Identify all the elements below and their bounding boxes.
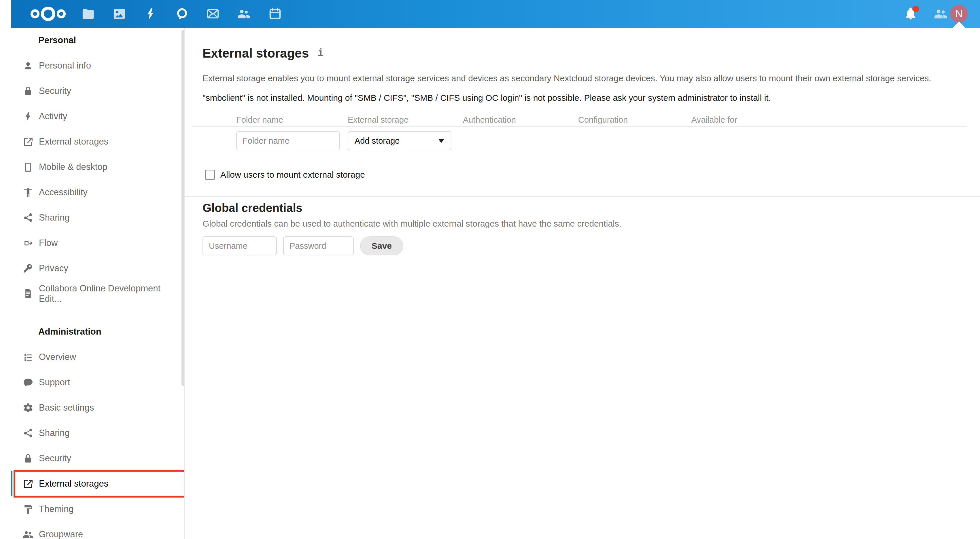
sidebar-item-privacy[interactable]: Privacy (11, 256, 185, 281)
sidebar-item-theming[interactable]: Theming (11, 496, 185, 522)
external-link-icon (23, 137, 33, 147)
external-link-icon (23, 479, 33, 489)
sidebar-item-personal-info[interactable]: Personal info (11, 53, 185, 78)
sidebar-item-label: Accessibility (39, 187, 88, 197)
key-icon (23, 263, 33, 274)
storage-table-header: Folder name External storage Authenticat… (202, 114, 967, 125)
files-app-icon[interactable] (81, 7, 95, 21)
accessibility-icon (23, 187, 33, 198)
column-header-folder-name: Folder name (236, 114, 348, 125)
sidebar-item-groupware[interactable]: Groupware (11, 522, 185, 539)
column-header-configuration: Configuration (578, 114, 691, 125)
username-field[interactable] (202, 236, 277, 255)
sidebar-item-sharing-personal[interactable]: Sharing (11, 205, 185, 231)
gear-icon (23, 402, 33, 413)
talk-app-icon[interactable] (175, 7, 188, 21)
sidebar-item-label: Mobile & desktop (39, 162, 107, 172)
sidebar-item-label: Activity (39, 111, 67, 121)
sidebar-item-label: Sharing (39, 428, 70, 438)
sidebar-item-mobile-desktop[interactable]: Mobile & desktop (11, 154, 185, 180)
sidebar-item-label: Theming (39, 504, 74, 514)
settings-sidebar: Personal Personal info Security Activity… (11, 28, 185, 539)
password-field[interactable] (283, 236, 354, 255)
intro-text: External storage enables you to mount ex… (202, 73, 967, 84)
sidebar-heading-administration: Administration (11, 319, 185, 344)
section-divider (185, 196, 980, 197)
sidebar-item-label: External storages (39, 137, 108, 147)
sidebar-item-accessibility[interactable]: Accessibility (11, 180, 185, 205)
sidebar-item-collabora[interactable]: Collabora Online Development Edit... (11, 281, 185, 306)
sidebar-item-sharing-admin[interactable]: Sharing (11, 420, 185, 446)
share-icon (23, 213, 33, 223)
chevron-down-icon (438, 139, 444, 143)
sidebar-heading-personal: Personal (11, 28, 185, 53)
nextcloud-settings-page: N Personal Personal info Security Activi… (0, 0, 980, 539)
top-bar: N (11, 0, 980, 28)
contacts-menu-icon[interactable] (934, 7, 948, 21)
sidebar-item-label: Privacy (39, 263, 68, 273)
global-credentials-form: Save (202, 236, 967, 255)
people-icon (23, 529, 33, 539)
sidebar-item-label: Collabora Online Development Edit... (39, 283, 185, 304)
activity-app-icon[interactable] (144, 7, 157, 21)
calendar-app-icon[interactable] (269, 7, 282, 21)
sidebar-item-label: Sharing (39, 213, 70, 223)
sidebar-item-label: Security (39, 453, 71, 464)
sidebar-item-security-admin[interactable]: Security (11, 446, 185, 471)
mail-app-icon[interactable] (206, 7, 220, 21)
column-header-authentication: Authentication (463, 114, 578, 125)
sidebar-item-external-storages-personal[interactable]: External storages (11, 129, 185, 154)
list-icon (23, 352, 33, 363)
phone-icon (23, 162, 33, 172)
info-icon[interactable]: i (317, 48, 323, 59)
notifications-bell-icon[interactable] (904, 6, 918, 21)
page-title-text: External storages (202, 46, 309, 60)
allow-mount-row: Allow users to mount external storage (205, 170, 967, 180)
settings-menu-arrow (953, 21, 965, 28)
external-storages-panel: External storages i External storage ena… (185, 28, 980, 539)
sidebar-item-label: Groupware (39, 529, 83, 539)
chat-icon (23, 377, 33, 388)
flow-icon (23, 238, 33, 248)
global-credentials-description: Global credentials can be used to authen… (202, 219, 967, 229)
sidebar-item-label: Overview (39, 352, 76, 362)
new-storage-row: Add storage (202, 131, 967, 150)
allow-users-mount-label: Allow users to mount external storage (220, 170, 365, 180)
share-icon (23, 428, 33, 439)
add-storage-label: Add storage (355, 136, 399, 146)
sidebar-item-label: Security (39, 86, 71, 96)
folder-name-input[interactable] (236, 131, 340, 150)
table-header-divider (192, 126, 967, 127)
sidebar-item-label: External storages (39, 479, 108, 489)
nextcloud-logo[interactable] (28, 3, 68, 24)
smbclient-warning-text: "smbclient" is not installed. Mounting o… (202, 93, 967, 103)
page-title: External storages i (202, 46, 967, 60)
document-icon (23, 288, 33, 299)
sidebar-item-basic-settings[interactable]: Basic settings (11, 395, 185, 420)
save-button[interactable]: Save (360, 236, 403, 255)
sidebar-item-support[interactable]: Support (11, 370, 185, 395)
user-icon (23, 60, 33, 71)
column-header-available-for: Available for (691, 114, 967, 125)
sidebar-item-overview[interactable]: Overview (11, 344, 185, 370)
user-avatar[interactable]: N (950, 5, 968, 22)
sidebar-item-flow[interactable]: Flow (11, 231, 185, 256)
paint-roller-icon (23, 504, 33, 515)
sidebar-item-label: Basic settings (39, 402, 94, 413)
sidebar-item-label: Support (39, 377, 70, 388)
sidebar-item-security-personal[interactable]: Security (11, 78, 185, 103)
photos-app-icon[interactable] (113, 7, 126, 21)
notification-badge (913, 6, 919, 12)
sidebar-item-activity[interactable]: Activity (11, 103, 185, 129)
allow-users-mount-checkbox[interactable] (205, 170, 215, 180)
lock-icon (23, 453, 33, 464)
contacts-app-icon[interactable] (237, 7, 251, 21)
sidebar-item-label: Personal info (39, 60, 91, 71)
sidebar-item-label: Flow (39, 238, 57, 248)
lightning-icon (23, 111, 33, 122)
sidebar-item-external-storages-admin[interactable]: External storages (11, 471, 185, 496)
global-credentials-title: Global credentials (202, 202, 967, 215)
add-storage-select[interactable]: Add storage (348, 131, 452, 150)
lock-icon (23, 86, 33, 97)
column-header-external-storage: External storage (348, 114, 463, 125)
